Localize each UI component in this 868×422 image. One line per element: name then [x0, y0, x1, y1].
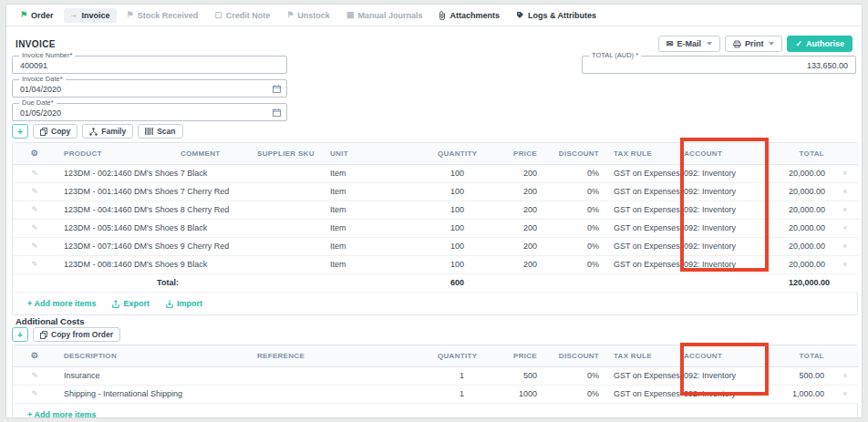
page-title: INVOICE [16, 39, 56, 49]
copy-from-order-button[interactable]: Copy from Order [33, 327, 120, 342]
table-row[interactable]: ✎ 123DM - 007:1460 DM's Shoes 9 Cherry R… [13, 237, 859, 255]
column-settings-icon[interactable]: ⚙ [31, 351, 38, 360]
cell-account: 092: Inventory [677, 366, 781, 385]
cell-product: 123DM - 005:1460 DM's Shoes 8 Black [57, 219, 173, 237]
cell-tax-rule: GST on Expenses [606, 255, 677, 273]
cell-price: 200 [471, 219, 544, 237]
edit-icon[interactable]: ✎ [31, 389, 38, 398]
cell-product: 123DM - 002:1460 DM's Shoes 7 Black [57, 164, 173, 182]
col-tax-rule: TAX RULE [606, 143, 677, 164]
tab-unstock[interactable]: ⚑ Unstock [280, 8, 336, 23]
cell-account: 092: Inventory [677, 255, 781, 273]
cell-price: 200 [471, 164, 544, 182]
due-date-field[interactable]: Due Date* 01/05/2020 [12, 103, 287, 121]
cell-unit: Item [323, 255, 430, 273]
cell-quantity: 100 [430, 255, 471, 273]
remove-row-icon[interactable]: × [842, 389, 847, 398]
tab-stock-received[interactable]: ⚑ Stock Received [120, 8, 205, 23]
cell-price: 200 [471, 255, 544, 273]
tab-order[interactable]: ⚑ Order [14, 8, 60, 23]
add-more-items-link[interactable]: + Add more items [27, 299, 96, 308]
cell-quantity: 100 [430, 219, 471, 237]
col-reference: REFERENCE [250, 345, 430, 366]
cell-description: Shipping - International Shipping [57, 385, 250, 403]
cell-account: 092: Inventory [677, 237, 781, 255]
scan-button[interactable]: Scan [138, 124, 182, 139]
invoice-date-field[interactable]: Invoice Date* 01/04/2020 [12, 79, 287, 98]
cell-supplier-sku [250, 201, 323, 219]
remove-row-icon[interactable]: × [842, 371, 847, 380]
tab-invoice[interactable]: → Invoice [64, 8, 117, 23]
export-link[interactable]: Export [112, 299, 150, 308]
add-item-button[interactable]: + [12, 124, 28, 139]
remove-row-icon[interactable]: × [842, 169, 847, 178]
cell-supplier-sku [250, 255, 323, 273]
edit-icon[interactable]: ✎ [31, 260, 38, 269]
print-button[interactable]: Print [725, 36, 783, 52]
cell-supplier-sku [250, 182, 323, 201]
cell-account: 092: Inventory [677, 182, 781, 201]
tab-credit-note[interactable]: ▢ Credit Note [208, 8, 276, 23]
cell-account: 092: Inventory [677, 219, 781, 237]
col-supplier-sku: SUPPLIER SKU [250, 143, 323, 164]
tab-attachments[interactable]: Attachments [432, 8, 506, 23]
cell-tax-rule: GST on Expenses [606, 237, 677, 255]
cell-supplier-sku [250, 237, 323, 255]
copy-button[interactable]: Copy [33, 124, 78, 139]
invoice-number-field[interactable]: Invoice Number* 400091 [12, 56, 287, 74]
table-row[interactable]: ✎ 123DM - 001:1460 DM's Shoes 7 Cherry R… [13, 182, 859, 201]
remove-row-icon[interactable]: × [842, 223, 847, 232]
tab-manual-journals[interactable]: ▦ Manual Journals [340, 8, 429, 23]
edit-icon[interactable]: ✎ [31, 223, 38, 232]
column-settings-icon[interactable]: ⚙ [31, 149, 38, 158]
chevron-down-icon [769, 42, 774, 46]
table-row[interactable]: ✎ 123DM - 002:1460 DM's Shoes 7 Black It… [13, 164, 859, 182]
edit-icon[interactable]: ✎ [31, 187, 38, 196]
logs-icon [516, 11, 524, 19]
cell-total: 20,000.00 [781, 237, 832, 255]
email-button[interactable]: ✉ E-Mail [658, 36, 720, 52]
cell-tax-rule: GST on Expenses [606, 182, 677, 201]
col-quantity: QUANTITY [430, 345, 471, 366]
remove-row-icon[interactable]: × [842, 205, 847, 214]
cell-tax-rule: GST on Expenses [606, 366, 677, 385]
cell-tax-rule: GST on Expenses [606, 385, 677, 403]
invoice-number-label: Invoice Number* [19, 51, 75, 59]
remove-row-icon[interactable]: × [842, 260, 847, 269]
invoice-header: INVOICE ✉ E-Mail Print ✓ Authorise [6, 32, 862, 56]
edit-icon[interactable]: ✎ [31, 371, 38, 380]
table-row[interactable]: ✎ 123DM - 008:1460 DM's Shoes 9 Black It… [13, 255, 859, 273]
family-button[interactable]: Family [82, 124, 133, 139]
table-row[interactable]: ✎ 123DM - 005:1460 DM's Shoes 8 Black It… [13, 219, 859, 237]
import-link[interactable]: Import [166, 299, 202, 308]
printer-icon [733, 40, 741, 48]
authorise-button[interactable]: ✓ Authorise [787, 36, 852, 52]
total-aud-field[interactable]: TOTAL (AUD) * 133,650.00 [582, 56, 856, 74]
edit-icon[interactable]: ✎ [31, 242, 38, 251]
remove-row-icon[interactable]: × [842, 242, 847, 251]
edit-icon[interactable]: ✎ [31, 205, 38, 214]
cell-description: Insurance [57, 366, 250, 385]
edit-icon[interactable]: ✎ [31, 169, 38, 178]
table-row[interactable]: ✎ Shipping - International Shipping 1 10… [13, 385, 859, 403]
cell-unit: Item [323, 237, 430, 255]
import-link-label: Import [177, 299, 202, 308]
calendar-icon[interactable] [273, 85, 281, 93]
add-cost-button[interactable]: + [12, 327, 28, 342]
flag-icon: ⚑ [127, 11, 134, 19]
col-total: TOTAL [781, 143, 832, 164]
invoice-date-label: Invoice Date* [19, 75, 66, 83]
total-aud-label: TOTAL (AUD) * [589, 51, 641, 59]
calendar-icon[interactable] [273, 108, 281, 117]
cell-quantity: 1 [430, 385, 471, 403]
cell-quantity: 100 [430, 201, 471, 219]
export-icon [112, 300, 119, 308]
col-comment: COMMENT [173, 143, 250, 164]
table-row[interactable]: ✎ 123DM - 004:1460 DM's Shoes 8 Cherry R… [13, 201, 859, 219]
remove-row-icon[interactable]: × [842, 187, 847, 196]
table-row[interactable]: ✎ Insurance 1 500 0% GST on Expenses 092… [13, 366, 859, 385]
items-table: ⚙ PRODUCT COMMENT SUPPLIER SKU UNIT QUAN… [12, 142, 858, 315]
tab-invoice-label: Invoice [82, 11, 110, 20]
add-more-items-link[interactable]: + Add more items [27, 410, 96, 419]
tab-logs-attributes[interactable]: Logs & Attributes [510, 8, 603, 23]
